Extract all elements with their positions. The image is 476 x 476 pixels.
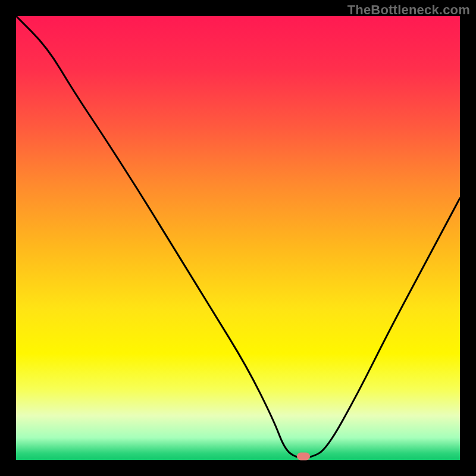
plot-area	[16, 16, 460, 460]
watermark-text: TheBottleneck.com	[347, 2, 470, 18]
gradient-background	[16, 16, 460, 460]
chart-svg	[16, 16, 460, 460]
chart-frame: TheBottleneck.com	[0, 0, 476, 476]
optimal-point-marker	[297, 453, 310, 461]
